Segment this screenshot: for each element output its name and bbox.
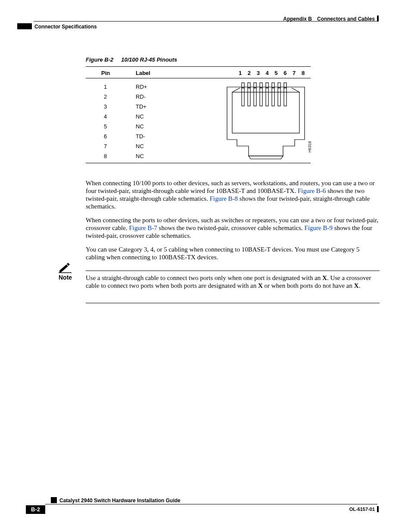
footer-guide-title: Catalyst 2940 Switch Hardware Installati… <box>59 498 181 504</box>
emphasis: X <box>322 274 327 281</box>
header-rule <box>34 21 377 22</box>
note-label: Note <box>59 274 72 281</box>
footer-accent-right <box>377 506 379 512</box>
svg-rect-14 <box>278 88 280 106</box>
pin-numbers: 1 2 3 4 5 6 7 8 <box>239 70 307 76</box>
figure-link[interactable]: Figure B-7 <box>129 224 157 231</box>
footer-rule <box>45 504 377 504</box>
figure-link[interactable]: Figure B-8 <box>210 195 238 202</box>
figure-link[interactable]: Figure B-9 <box>305 224 333 231</box>
note-rule-top <box>86 271 380 271</box>
rj45-jack-icon <box>223 79 309 161</box>
figure-rule-mid <box>86 78 311 78</box>
paragraph: You can use Category 3, 4, or 5 cabling … <box>86 246 379 261</box>
pin-cell: 6 <box>104 131 107 141</box>
label-cell: RD+ <box>136 82 147 92</box>
figure-id: Figure B-2 <box>86 56 113 63</box>
svg-rect-12 <box>272 88 274 106</box>
svg-line-17 <box>232 88 240 92</box>
svg-rect-4 <box>248 88 250 106</box>
pin-cell: 3 <box>104 102 107 112</box>
svg-rect-10 <box>266 88 268 106</box>
svg-rect-2 <box>242 88 244 106</box>
svg-line-18 <box>292 88 299 92</box>
label-cell: NC <box>136 112 144 121</box>
label-cell: TD- <box>136 131 145 141</box>
label-cell: NC <box>136 141 144 151</box>
col-header-pin: Pin <box>101 70 110 76</box>
text-run: . <box>359 282 361 289</box>
note-text: Use a straight-through cable to connect … <box>86 274 380 289</box>
text-run: Use a straight-through cable to connect … <box>86 274 322 281</box>
pin-cell: 7 <box>104 141 107 151</box>
pin-cell: 1 <box>104 82 107 92</box>
pin-cell: 4 <box>104 112 107 121</box>
col-header-label: Label <box>136 70 150 76</box>
figure-rule-top <box>86 66 311 67</box>
svg-rect-6 <box>254 88 256 106</box>
page-number: B-2 <box>26 505 45 514</box>
footer-doc-id: OL-6157-01 <box>349 507 375 512</box>
body-text: When connecting 10/100 ports to other de… <box>86 179 379 267</box>
emphasis: X <box>354 282 359 289</box>
emphasis: X <box>258 282 263 289</box>
paragraph: When connecting the ports to other devic… <box>86 216 379 240</box>
note-rule-bottom <box>86 303 380 303</box>
svg-rect-16 <box>284 88 286 106</box>
pin-cell: 2 <box>104 92 107 102</box>
footer-accent-left <box>51 497 57 503</box>
figure-title: 10/100 RJ-45 Pinouts <box>121 56 177 63</box>
svg-rect-8 <box>260 88 262 106</box>
label-cell: TD+ <box>136 102 146 112</box>
figure-area: Pin Label 1 2 3 4 5 6 7 8 1RD+ 2RD- 3TD+… <box>86 66 311 78</box>
text-run: or when both ports do not have an <box>263 282 354 289</box>
pin-cell: 5 <box>104 121 107 131</box>
header-accent-left <box>17 23 32 29</box>
header-accent-right <box>377 16 379 22</box>
figure-rule-bottom <box>86 163 311 163</box>
figure-drawing-id: H5318 <box>308 141 312 152</box>
paragraph: When connecting 10/100 ports to other de… <box>86 179 379 210</box>
figure-link[interactable]: Figure B-6 <box>298 187 326 194</box>
text-run: shows the two twisted-pair, crossover ca… <box>157 224 305 231</box>
label-cell: NC <box>136 151 144 161</box>
label-cell: NC <box>136 121 144 131</box>
pencil-icon <box>59 263 72 273</box>
label-cell: RD- <box>136 92 146 102</box>
figure-caption: Figure B-210/100 RJ-45 Pinouts <box>86 56 177 63</box>
header-section: Connector Specifications <box>34 24 97 30</box>
pin-cell: 8 <box>104 151 107 161</box>
